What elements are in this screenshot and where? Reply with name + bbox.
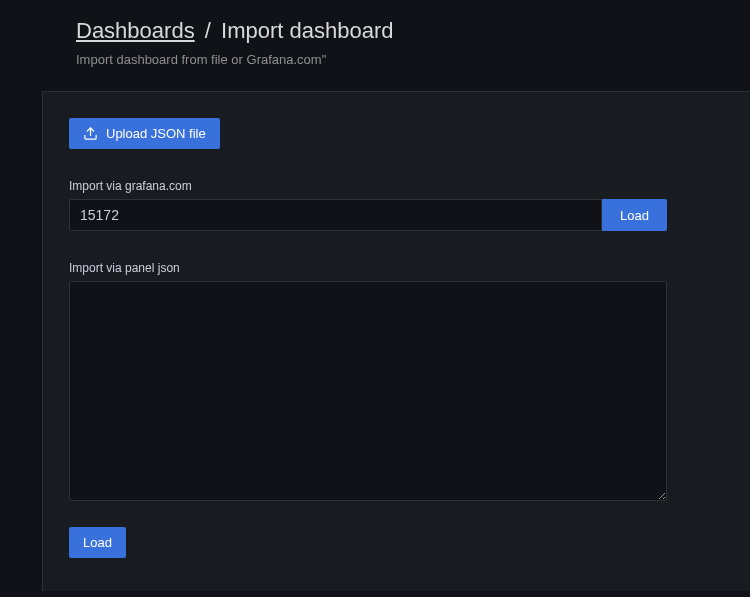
upload-json-label: Upload JSON file bbox=[106, 126, 206, 141]
upload-icon bbox=[83, 126, 98, 141]
page-header: Dashboards / Import dashboard Import das… bbox=[0, 0, 750, 67]
breadcrumb-separator: / bbox=[201, 18, 215, 43]
breadcrumb-dashboards-link[interactable]: Dashboards bbox=[76, 18, 195, 43]
grafana-import-group: Import via grafana.com Load bbox=[69, 179, 724, 231]
grafana-import-label: Import via grafana.com bbox=[69, 179, 724, 193]
upload-json-button[interactable]: Upload JSON file bbox=[69, 118, 220, 149]
json-import-label: Import via panel json bbox=[69, 261, 724, 275]
grafana-import-row: Load bbox=[69, 199, 667, 231]
panel-json-textarea[interactable] bbox=[69, 281, 667, 501]
grafana-id-input[interactable] bbox=[69, 199, 602, 231]
import-panel: Upload JSON file Import via grafana.com … bbox=[42, 91, 750, 591]
page-subtitle: Import dashboard from file or Grafana.co… bbox=[76, 52, 750, 67]
breadcrumb: Dashboards / Import dashboard bbox=[76, 18, 750, 44]
breadcrumb-current: Import dashboard bbox=[221, 18, 393, 43]
grafana-load-button[interactable]: Load bbox=[602, 199, 667, 231]
json-import-group: Import via panel json bbox=[69, 261, 724, 505]
json-load-button[interactable]: Load bbox=[69, 527, 126, 558]
